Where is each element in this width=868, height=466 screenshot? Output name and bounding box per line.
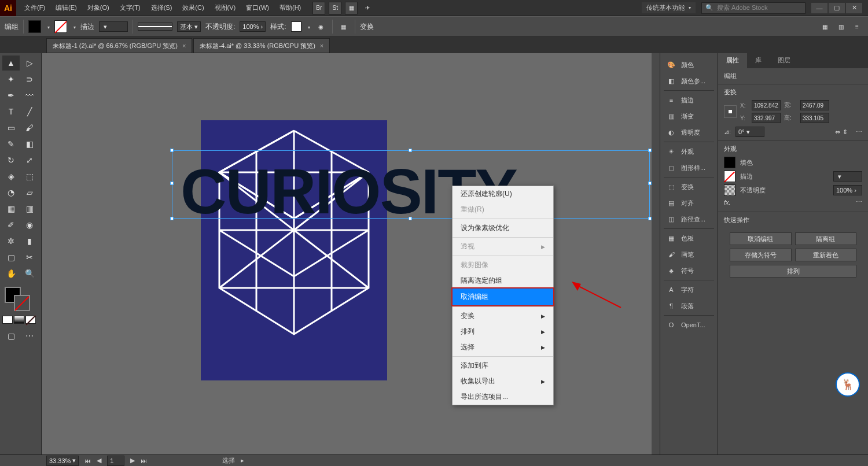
angle-input[interactable]: 0°▾ (735, 127, 764, 137)
qa-recolor[interactable]: 重新着色 (795, 249, 857, 261)
menu-object[interactable]: 对象(O) (83, 1, 114, 14)
hand-tool[interactable]: ✋ (2, 266, 20, 281)
screen-mode[interactable]: ▢ (2, 328, 20, 343)
nav-next-icon[interactable]: ▶ (130, 457, 135, 464)
graph-tool[interactable]: ▮ (21, 234, 38, 249)
opacity-input-prop[interactable]: 100%› (833, 185, 862, 195)
ctx-export-selection[interactable]: 导出所选项目... (453, 389, 553, 405)
bridge-icon[interactable]: Br (312, 2, 325, 14)
zoom-tool[interactable]: 🔍 (21, 266, 38, 281)
ctx-transform[interactable]: 变换▶ (453, 308, 553, 324)
fill-swatch-prop[interactable] (724, 157, 735, 168)
panel-align[interactable]: ▤对齐 (660, 195, 718, 211)
stock-icon[interactable]: St (329, 2, 341, 14)
tab-doc-1[interactable]: 未标题-1 (2).ai* @ 66.67% (RGB/GPU 预览)× (46, 38, 192, 53)
close-button[interactable]: ✕ (846, 3, 862, 13)
magic-wand-tool[interactable]: ✦ (2, 72, 20, 87)
panel-appearance[interactable]: ☀外观 (660, 143, 718, 160)
panel-gradient[interactable]: ▥渐变 (660, 108, 718, 124)
stroke-swatch-prop[interactable] (724, 171, 735, 182)
zoom-level[interactable]: 33.33%▾ (46, 456, 79, 466)
minimize-button[interactable]: — (811, 3, 827, 13)
width-tool[interactable]: ◈ (2, 169, 20, 184)
menu-window[interactable]: 窗口(W) (241, 1, 274, 14)
menu-edit[interactable]: 编辑(E) (51, 1, 82, 14)
tab-properties[interactable]: 属性 (718, 53, 747, 68)
direct-selection-tool[interactable]: ▷ (21, 56, 38, 71)
panel-icon-1[interactable]: ▦ (818, 20, 831, 33)
nav-first-icon[interactable]: ⏮ (84, 457, 91, 464)
fx-button[interactable]: fx. (724, 199, 731, 206)
color-mode-none[interactable] (25, 316, 36, 324)
panel-swatches[interactable]: ▦色板 (660, 230, 718, 246)
panel-opentype[interactable]: OOpenT... (660, 317, 718, 333)
eyedropper-tool[interactable]: ✐ (2, 217, 20, 232)
rotate-tool[interactable]: ↻ (2, 153, 20, 168)
color-mode-solid[interactable] (2, 316, 13, 324)
panel-brushes[interactable]: 🖌画笔 (660, 246, 718, 262)
stroke-profile-dropdown[interactable]: 基本▾ (177, 21, 201, 32)
qa-save-symbol[interactable]: 存储为符号 (730, 249, 792, 261)
menu-type[interactable]: 文字(T) (115, 1, 145, 14)
transform-btn[interactable]: 变换 (360, 22, 374, 32)
align-icon[interactable]: ▦ (337, 20, 350, 33)
slice-tool[interactable]: ✂ (21, 250, 38, 265)
close-icon[interactable]: × (182, 42, 186, 49)
x-input[interactable] (752, 100, 781, 110)
rectangle-tool[interactable]: ▭ (2, 120, 20, 135)
panel-color-guide[interactable]: ◧颜色参... (660, 73, 718, 89)
maximize-button[interactable]: ▢ (829, 3, 845, 13)
stroke-weight-input[interactable]: ▾ (99, 21, 128, 32)
ctx-ungroup[interactable]: 取消编组 (451, 287, 554, 306)
recolor-icon[interactable]: ◉ (315, 20, 328, 33)
free-transform-tool[interactable]: ⬚ (21, 169, 38, 184)
more-appearance-icon[interactable]: ⋯ (856, 198, 862, 206)
gradient-tool[interactable]: ▥ (21, 201, 38, 216)
qa-arrange[interactable]: 排列 (730, 265, 856, 278)
h-input[interactable] (800, 113, 829, 123)
nav-last-icon[interactable]: ⏭ (141, 457, 147, 464)
ctx-pixel-perfect[interactable]: 设为像素级优化 (453, 220, 553, 236)
menu-file[interactable]: 文件(F) (20, 1, 50, 14)
panel-pathfinder[interactable]: ◫路径查... (660, 211, 718, 227)
fill-dropdown[interactable] (46, 23, 50, 30)
rocket-icon[interactable]: ✈ (361, 2, 374, 14)
symbol-sprayer-tool[interactable]: ✲ (2, 234, 20, 249)
opacity-swatch[interactable] (724, 184, 735, 196)
panel-transparency[interactable]: ◐透明度 (660, 124, 718, 140)
menu-select[interactable]: 选择(S) (146, 1, 177, 14)
stroke-label[interactable]: 描边 (80, 22, 94, 32)
status-dropdown-icon[interactable]: ▸ (241, 457, 244, 464)
lasso-tool[interactable]: ⊃ (21, 72, 38, 87)
ctx-isolate[interactable]: 隔离选定的组 (453, 273, 553, 289)
color-controls[interactable] (2, 286, 39, 312)
artboard-nav[interactable]: 1 (107, 456, 124, 466)
eraser-tool[interactable]: ◧ (21, 136, 38, 151)
tab-libraries[interactable]: 库 (747, 53, 770, 68)
stroke-color[interactable] (14, 295, 30, 311)
close-icon[interactable]: × (320, 42, 323, 49)
ctx-arrange[interactable]: 排列▶ (453, 324, 553, 339)
stroke-profile-preview[interactable] (138, 23, 172, 31)
pen-tool[interactable]: ✒ (2, 88, 20, 103)
scrollbar-vertical[interactable] (652, 53, 660, 454)
tab-doc-2[interactable]: 未标题-4.ai* @ 33.33% (RGB/GPU 预览)× (193, 38, 330, 53)
blend-tool[interactable]: ◉ (21, 217, 38, 232)
style-swatch[interactable] (291, 21, 301, 32)
edit-toolbar[interactable]: ⋯ (21, 328, 38, 343)
panel-icon-2[interactable]: ▥ (834, 20, 847, 33)
shaper-tool[interactable]: ✎ (2, 136, 20, 151)
panel-graphic-styles[interactable]: ▢图形样... (660, 160, 718, 176)
stroke-swatch[interactable] (54, 20, 67, 33)
w-input[interactable] (800, 100, 829, 110)
panel-menu-icon[interactable]: ≡ (851, 20, 863, 33)
canvas[interactable]: CURIOSITY 还原创建轮廓(U) 重做(R) 设为像素级优化 透视▶ 裁剪… (42, 53, 660, 454)
panel-stroke[interactable]: ≡描边 (660, 92, 718, 108)
stroke-dropdown[interactable] (72, 23, 76, 30)
arrange-icon[interactable]: ▦ (345, 2, 358, 14)
perspective-tool[interactable]: ▱ (21, 185, 38, 200)
shape-builder-tool[interactable]: ◔ (2, 185, 20, 200)
panel-symbols[interactable]: ♣符号 (660, 262, 718, 279)
menu-help[interactable]: 帮助(H) (275, 1, 306, 14)
color-mode-gradient[interactable] (14, 316, 24, 324)
